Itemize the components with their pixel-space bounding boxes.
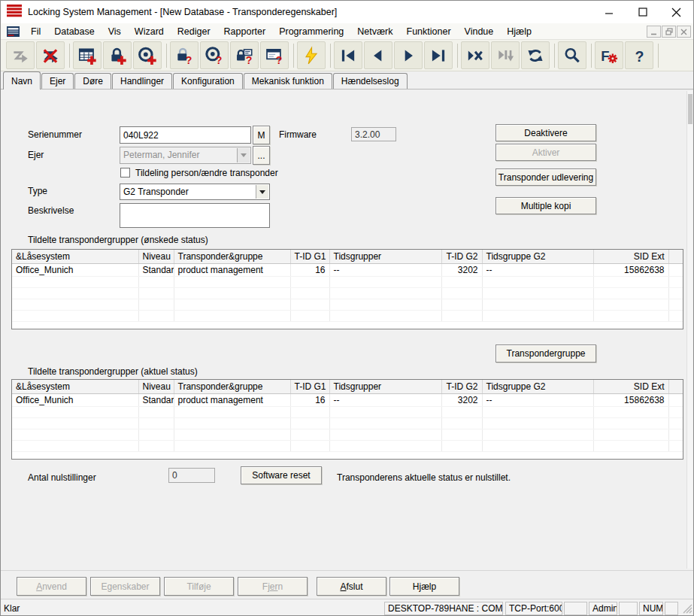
cancel-navigation-button[interactable] [461,41,489,69]
column-header[interactable]: Tidsgruppe G2 [482,250,593,264]
menu-wizard[interactable]: Wizard [128,24,171,39]
tab-konfiguration[interactable]: Konfiguration [173,73,243,89]
menu-vis[interactable]: Vis [102,24,128,39]
tab-handlinger[interactable]: Handlinger [112,73,172,89]
previous-record-button[interactable] [364,41,392,69]
maximize-icon[interactable] [626,1,659,23]
add-lock-icon [108,46,127,65]
column-header[interactable]: Tidsgrupper [329,250,441,264]
chevron-down-icon[interactable] [237,148,250,162]
column-header[interactable]: SID Ext [593,250,668,264]
next-record-button[interactable] [394,41,423,69]
type-combobox[interactable]: G2 Transponder [120,184,270,200]
properties-button[interactable]: Egenskaber [90,577,160,596]
table-row[interactable]: Office_Munich Standard product managemen… [12,264,683,277]
menu-programmering[interactable]: Programmering [272,24,350,39]
menu-funktioner[interactable]: Funktioner [400,24,458,39]
assignment-checkbox[interactable] [120,168,130,178]
apply-button[interactable]: Anvend [17,577,86,596]
column-header[interactable]: T-ID G2 [441,250,482,264]
route-arrow-button[interactable] [6,41,35,69]
column-header[interactable]: Transponder&gruppe [174,380,290,394]
software-reset-button[interactable]: Software reset [241,466,322,484]
svg-text:?: ? [186,54,192,65]
column-header[interactable]: Tidsgruppe G2 [482,380,593,394]
search-button[interactable] [558,41,586,69]
read-lock-button[interactable]: ? [170,41,199,69]
add-locking-system-button[interactable] [73,41,102,69]
mdi-minimize-icon[interactable] [647,26,661,38]
svg-text:?: ? [276,54,283,65]
transponder-group-button[interactable]: Transpondergruppe [495,344,596,363]
exit-button[interactable]: Afslut [317,577,386,596]
column-header[interactable]: T-ID G1 [290,250,329,264]
read-window-button[interactable]: ? [260,41,289,69]
help-footer-button[interactable]: Hjælp [389,577,459,596]
first-record-button[interactable] [334,41,362,69]
read-transponder-button[interactable]: ? [200,41,229,69]
tab-haendelseslog[interactable]: Hændelseslog [333,73,408,89]
owner-label: Ejer [28,150,44,160]
tab-navn[interactable]: Navn [3,71,41,90]
skip-record-button[interactable] [491,41,520,69]
column-header[interactable]: Tidsgrupper [329,380,441,394]
remove-button[interactable]: Fjern [238,577,308,596]
cell-transponder-group: product management [174,394,290,407]
minimize-icon[interactable] [592,1,626,23]
column-header[interactable]: Niveau [138,380,174,394]
document-icon[interactable] [7,26,20,37]
deactivate-button[interactable]: Deaktivere [495,124,596,141]
table-row[interactable]: Office_Munich Standard product managemen… [12,394,683,407]
add-transponder-button[interactable] [133,41,162,69]
last-record-button[interactable] [424,41,453,69]
type-label: Type [28,186,47,196]
add-lock-button[interactable] [103,41,132,69]
column-header[interactable]: T-ID G1 [290,380,329,394]
menu-database[interactable]: Database [47,24,102,39]
column-header[interactable]: Transponder&gruppe [174,250,290,264]
menu-vindue[interactable]: Vindue [458,24,501,39]
tab-mekanisk-funktion[interactable]: Mekanisk funktion [244,73,332,89]
lightning-icon [302,46,321,65]
route-cancel-button[interactable] [36,41,65,69]
menu-netvaerk[interactable]: Netværk [350,24,399,39]
vertical-scrollbar[interactable] [686,91,692,569]
column-header[interactable]: SID Ext [593,380,668,394]
m-button[interactable]: M [253,126,270,144]
transponder-handout-button[interactable]: Transponder udlevering [495,168,596,186]
resize-grip-icon[interactable] [683,604,692,616]
owner-combobox[interactable]: Peterman, Jennifer [120,147,251,164]
activate-button[interactable]: Aktiver [495,144,596,161]
help-button[interactable]: ? [625,41,653,69]
read-lock-data-button[interactable]: ? [230,41,259,69]
table-header-row: &Låsesystem Niveau Transponder&gruppe T-… [12,250,683,264]
filter-settings-button[interactable]: F [595,41,623,69]
tab-doere[interactable]: Døre [74,73,111,89]
chevron-down-icon[interactable] [256,185,268,199]
tab-ejer[interactable]: Ejer [41,73,74,89]
window-title: Locking System Management - [New Databas… [28,7,337,17]
mdi-restore-icon[interactable] [662,26,676,38]
column-header[interactable]: &Låsesystem [12,380,138,394]
close-icon[interactable] [659,1,693,23]
description-textarea[interactable] [120,203,270,228]
mdi-close-icon[interactable] [677,26,691,38]
column-header[interactable]: T-ID G2 [441,380,482,394]
toolbar-separator [591,44,592,68]
menu-fil[interactable]: Fil [24,24,47,39]
assignment-checkbox-label: Tildeling person/ændre transponder [135,168,278,178]
read-lock-data-icon: ? [235,46,254,65]
cell-time-group-g2: -- [482,394,593,407]
browse-owner-button[interactable]: ... [253,146,270,165]
multiple-copy-button[interactable]: Multiple kopi [495,197,596,214]
menu-hjaelp[interactable]: Hjælp [500,24,538,39]
add-button[interactable]: Tilføje [164,577,234,596]
column-header[interactable]: Niveau [138,250,174,264]
scrollbar-thumb[interactable] [688,94,692,124]
menu-rediger[interactable]: Rediger [171,24,217,39]
menu-rapporter[interactable]: Rapporter [217,24,273,39]
serial-input[interactable] [120,126,251,144]
column-header[interactable]: &Låsesystem [12,250,138,264]
program-button[interactable] [297,41,326,69]
refresh-button[interactable] [521,41,550,69]
